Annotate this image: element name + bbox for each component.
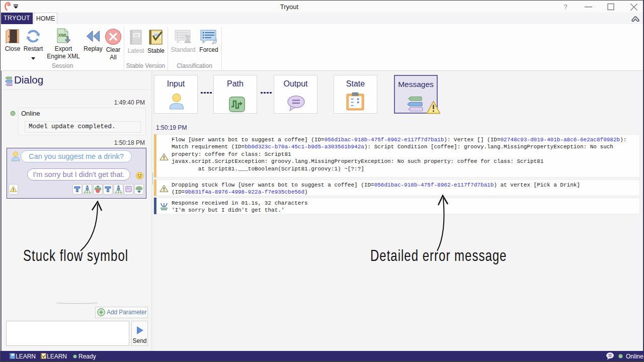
svg-text:XML: XML — [58, 33, 68, 38]
